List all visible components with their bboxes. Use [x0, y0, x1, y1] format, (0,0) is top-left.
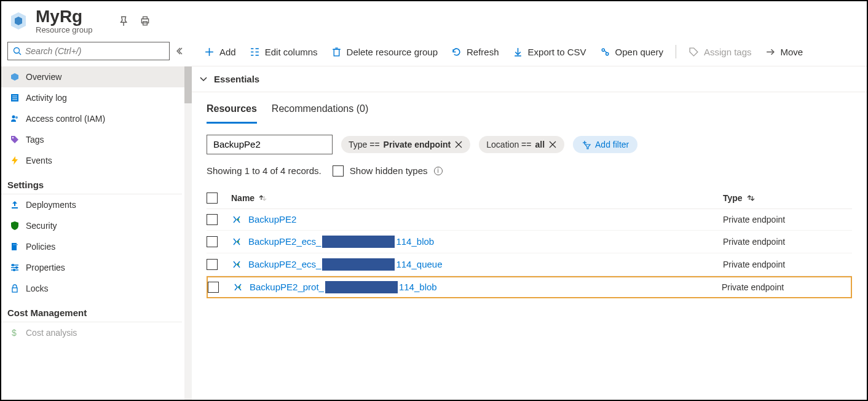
scrollbar[interactable]	[184, 66, 192, 400]
svg-line-4	[19, 52, 22, 55]
main-content: Add Edit columns Delete resource group R…	[192, 39, 867, 400]
show-hidden-checkbox[interactable]	[333, 165, 344, 177]
table-row[interactable]: BackupPE2_ecs_114_blobPrivate endpoint	[207, 231, 852, 253]
resource-link[interactable]: BackupPE2_ecs_114_blob	[248, 236, 434, 248]
private-endpoint-icon	[231, 236, 242, 247]
plus-icon	[204, 47, 215, 57]
resource-link[interactable]: BackupPE2_prot_114_blob	[250, 281, 437, 293]
sidebar-item-label: Access control (IAM)	[26, 114, 105, 124]
row-checkbox[interactable]	[207, 259, 218, 270]
info-icon[interactable]: i	[434, 167, 443, 175]
resource-group-icon	[9, 11, 28, 31]
sidebar-item-iam[interactable]: Access control (IAM)	[1, 108, 184, 129]
row-checkbox[interactable]	[208, 282, 219, 293]
search-icon	[13, 47, 22, 55]
column-type[interactable]: Type	[723, 193, 852, 203]
bolt-icon	[10, 156, 20, 165]
sidebar-item-properties[interactable]: Properties	[1, 257, 184, 278]
page-title: MyRg	[36, 7, 93, 26]
toolbar: Add Edit columns Delete resource group R…	[192, 39, 867, 66]
sidebar-item-policies[interactable]: Policies	[1, 236, 184, 257]
svg-point-36	[602, 49, 604, 51]
upload-icon	[10, 200, 20, 210]
table-row[interactable]: BackupPE2Private endpoint	[207, 209, 852, 231]
assign-tags-button: Assign tags	[684, 44, 757, 60]
search-input[interactable]	[25, 46, 164, 56]
page-subtitle: Resource group	[36, 25, 93, 34]
essentials-toggle[interactable]: Essentials	[192, 66, 867, 92]
private-endpoint-icon	[231, 259, 242, 270]
redacted-segment	[325, 281, 398, 293]
dollar-icon: $	[10, 328, 20, 338]
sidebar-item-label: Overview	[26, 72, 61, 82]
chevron-down-icon	[199, 74, 208, 83]
filter-row: Type == Private endpoint Location == all…	[192, 124, 867, 154]
add-filter-button[interactable]: Add filter	[573, 136, 637, 153]
trash-icon	[331, 47, 342, 57]
refresh-button[interactable]: Refresh	[446, 44, 504, 60]
sidebar-search[interactable]	[7, 42, 170, 60]
query-icon	[600, 47, 610, 57]
sidebar-item-activity-log[interactable]: Activity log	[1, 87, 184, 108]
close-icon[interactable]	[454, 140, 463, 149]
sidebar-item-locks[interactable]: Locks	[1, 278, 184, 299]
sidebar: Overview Activity log Access control (IA…	[1, 39, 192, 400]
table-row[interactable]: BackupPE2_prot_114_blobPrivate endpoint	[207, 276, 852, 298]
table-body: BackupPE2Private endpointBackupPE2_ecs_1…	[207, 209, 852, 298]
records-row: Showing 1 to 4 of 4 records. Show hidden…	[192, 154, 867, 177]
delete-button[interactable]: Delete resource group	[326, 44, 443, 60]
sidebar-nav: Overview Activity log Access control (IA…	[1, 66, 192, 400]
tag-icon	[10, 135, 20, 145]
filter-input[interactable]	[207, 135, 333, 154]
resource-link[interactable]: BackupPE2_ecs_114_queue	[248, 258, 443, 271]
select-all-checkbox[interactable]	[207, 193, 218, 204]
toolbar-separator	[676, 45, 676, 58]
svg-point-20	[13, 269, 15, 271]
export-button[interactable]: Export to CSV	[508, 44, 591, 60]
collapse-sidebar-icon[interactable]	[176, 46, 186, 56]
policy-icon	[10, 242, 20, 252]
add-button[interactable]: Add	[199, 44, 241, 60]
open-query-button[interactable]: Open query	[595, 44, 668, 60]
sidebar-item-overview[interactable]: Overview	[1, 66, 184, 87]
page-header: MyRg Resource group	[1, 1, 867, 39]
column-name[interactable]: Name	[231, 193, 723, 203]
svg-point-16	[12, 264, 14, 266]
svg-point-11	[12, 137, 14, 138]
sidebar-item-label: Cost analysis	[26, 328, 77, 338]
resource-type: Private endpoint	[722, 282, 851, 292]
svg-point-37	[606, 52, 608, 55]
scrollbar-thumb[interactable]	[184, 66, 192, 103]
log-icon	[10, 93, 20, 103]
move-button[interactable]: Move	[760, 44, 808, 60]
filter-pill-type[interactable]: Type == Private endpoint	[341, 136, 470, 153]
table-row[interactable]: BackupPE2_ecs_114_queuePrivate endpoint	[207, 253, 852, 276]
sidebar-section-settings: Settings	[1, 171, 182, 194]
svg-rect-12	[12, 207, 18, 208]
print-icon[interactable]	[140, 15, 151, 26]
tab-recommendations[interactable]: Recommendations (0)	[272, 103, 368, 124]
redacted-segment	[322, 236, 395, 248]
svg-point-9	[12, 115, 15, 118]
sidebar-item-security[interactable]: Security	[1, 215, 184, 236]
row-checkbox[interactable]	[207, 214, 218, 225]
shield-icon	[10, 221, 20, 231]
sidebar-item-events[interactable]: Events	[1, 150, 184, 171]
filter-pill-location[interactable]: Location == all	[479, 136, 564, 153]
resource-link[interactable]: BackupPE2	[248, 214, 298, 224]
sidebar-item-label: Policies	[26, 242, 55, 252]
sidebar-item-cost-analysis[interactable]: $ Cost analysis	[1, 322, 184, 343]
tab-resources[interactable]: Resources	[207, 103, 257, 124]
sidebar-item-tags[interactable]: Tags	[1, 129, 184, 150]
edit-columns-button[interactable]: Edit columns	[245, 44, 323, 60]
row-checkbox[interactable]	[207, 236, 218, 247]
sliders-icon	[10, 263, 20, 272]
pin-icon[interactable]	[117, 15, 128, 26]
sidebar-item-deployments[interactable]: Deployments	[1, 194, 184, 215]
svg-point-3	[14, 47, 20, 53]
close-icon[interactable]	[548, 140, 557, 149]
download-icon	[513, 47, 523, 57]
svg-rect-13	[12, 243, 17, 250]
sidebar-item-label: Properties	[26, 263, 65, 272]
resources-table: Name Type BackupPE2Private endpointBacku…	[192, 177, 867, 298]
